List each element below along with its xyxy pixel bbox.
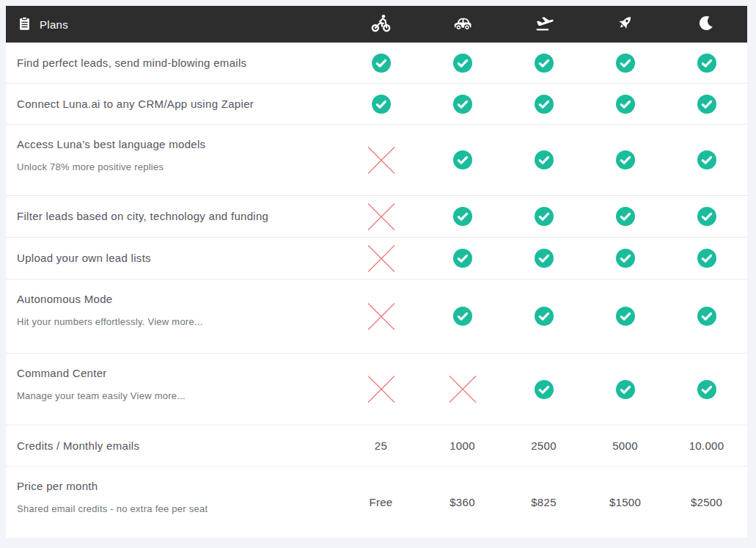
check-icon — [666, 54, 747, 73]
plan-column-header-1 — [340, 14, 422, 35]
check-icon — [666, 249, 747, 268]
feature-row: Filter leads based on city, technology a… — [6, 196, 747, 238]
check-icon — [422, 207, 503, 226]
plan-column-header-2 — [422, 15, 503, 34]
check-icon — [666, 307, 747, 326]
check-icon — [584, 249, 666, 268]
feature-label-cell: Upload your own lead lists — [6, 238, 340, 279]
check-icon — [422, 307, 503, 326]
check-icon — [422, 249, 503, 268]
plans-table: Plans — [6, 6, 747, 538]
check-icon — [422, 150, 503, 169]
moon-icon — [698, 14, 715, 35]
feature-title: Filter leads based on city, technology a… — [17, 210, 333, 223]
plan-column-header-5 — [666, 14, 747, 35]
table-header: Plans — [6, 6, 747, 43]
cross-icon — [340, 243, 422, 274]
check-icon — [584, 54, 666, 73]
feature-title: Autonomous Mode — [17, 293, 333, 306]
feature-label-cell: Price per monthShared email credits - no… — [6, 467, 340, 538]
plan-column-header-4 — [584, 14, 666, 35]
check-icon — [340, 54, 422, 73]
check-icon — [666, 150, 747, 169]
page-background: Plans — [0, 0, 756, 548]
value-text: 10.000 — [666, 439, 747, 452]
value-text: 25 — [340, 439, 422, 452]
cross-icon — [340, 145, 422, 176]
check-icon — [503, 207, 584, 226]
feature-title: Command Center — [17, 367, 333, 380]
plan-column-header-3 — [503, 14, 584, 35]
bicycle-icon — [371, 14, 391, 35]
feature-subtitle: Unlock 78% more positive replies — [17, 161, 333, 173]
feature-label-cell: Autonomous ModeHit your numbers effortle… — [6, 280, 340, 353]
feature-row: Price per monthShared email credits - no… — [6, 467, 747, 538]
value-text: $1500 — [584, 496, 666, 508]
feature-title: Upload your own lead lists — [17, 252, 333, 265]
feature-row: Find perfect leads, send mind-blowing em… — [6, 43, 747, 84]
check-icon — [503, 249, 584, 268]
check-icon — [584, 95, 666, 114]
cross-icon — [340, 201, 422, 233]
value-text: $825 — [503, 496, 584, 508]
feature-label-cell: Access Luna's best language modelsUnlock… — [6, 125, 340, 195]
feature-subtitle: Shared email credits - no extra fee per … — [17, 503, 333, 515]
feature-row: Connect Luna.ai to any CRM/App using Zap… — [6, 84, 747, 125]
check-icon — [503, 307, 584, 326]
check-icon — [503, 54, 584, 73]
feature-label-cell: Filter leads based on city, technology a… — [6, 196, 340, 237]
check-icon — [666, 95, 747, 114]
clipboard-icon — [18, 16, 31, 33]
feature-title: Find perfect leads, send mind-blowing em… — [17, 56, 333, 70]
check-icon — [422, 54, 503, 73]
feature-row: Command CenterManage your team easily Vi… — [6, 354, 747, 425]
plans-title: Plans — [40, 18, 68, 31]
check-icon — [503, 150, 584, 169]
feature-row: Upload your own lead lists — [6, 238, 747, 280]
check-icon — [584, 150, 666, 169]
feature-row: Access Luna's best language modelsUnlock… — [6, 125, 747, 196]
feature-title: Price per month — [17, 480, 333, 493]
check-icon — [422, 95, 503, 114]
feature-row: Autonomous ModeHit your numbers effortle… — [6, 280, 747, 354]
value-text: $2500 — [666, 496, 747, 508]
plane-departure-icon — [534, 14, 554, 35]
feature-label-cell: Find perfect leads, send mind-blowing em… — [6, 43, 340, 83]
value-text: $360 — [422, 496, 503, 508]
feature-label-cell: Connect Luna.ai to any CRM/App using Zap… — [6, 84, 340, 124]
plans-header-cell: Plans — [6, 16, 340, 33]
feature-row: Credits / Monthly emails2510002500500010… — [6, 425, 747, 467]
cross-icon — [340, 301, 422, 332]
check-icon — [666, 207, 747, 226]
feature-label-cell: Credits / Monthly emails — [6, 425, 340, 466]
value-text: 5000 — [584, 439, 666, 452]
rocket-icon — [616, 14, 634, 35]
check-icon — [584, 207, 666, 226]
check-icon — [584, 307, 666, 326]
feature-title: Connect Luna.ai to any CRM/App using Zap… — [17, 98, 333, 111]
plans-table-body: Find perfect leads, send mind-blowing em… — [6, 43, 747, 538]
feature-subtitle: Manage your team easily View more... — [17, 390, 333, 402]
value-text: Free — [340, 496, 422, 508]
car-icon — [453, 15, 472, 34]
value-text: 2500 — [503, 439, 584, 452]
feature-subtitle: Hit your numbers effortlessly. View more… — [17, 316, 333, 328]
check-icon — [584, 380, 666, 399]
check-icon — [503, 380, 584, 399]
value-text: 1000 — [422, 439, 503, 452]
cross-icon — [422, 373, 503, 405]
check-icon — [503, 95, 584, 114]
feature-title: Access Luna's best language models — [17, 138, 333, 151]
check-icon — [340, 95, 422, 114]
check-icon — [666, 380, 747, 399]
feature-title: Credits / Monthly emails — [17, 439, 333, 453]
feature-label-cell: Command CenterManage your team easily Vi… — [6, 354, 340, 425]
cross-icon — [340, 373, 422, 405]
